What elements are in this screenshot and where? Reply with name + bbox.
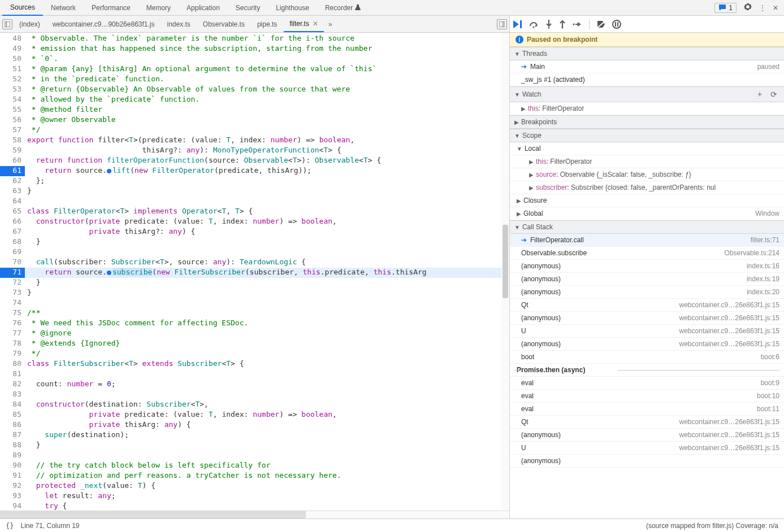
editor-h-scrollbar[interactable] (0, 511, 509, 518)
resume-button[interactable] (513, 20, 523, 28)
feedback-button[interactable]: 1 (714, 3, 737, 13)
step-out-button[interactable] (558, 20, 566, 29)
file-tab-observable[interactable]: Observable.ts (197, 17, 250, 32)
svg-rect-0 (5, 21, 10, 27)
sidebar-icon (5, 21, 10, 27)
pause-on-exceptions-button[interactable] (612, 20, 621, 29)
scope-var[interactable]: ▶this: FilterOperator (510, 155, 784, 168)
close-icon[interactable]: ✕ (313, 20, 318, 28)
current-arrow-icon: ➔ (521, 63, 527, 71)
svg-rect-4 (520, 20, 522, 28)
pretty-print-button[interactable]: {} (6, 522, 14, 530)
callstack-frame[interactable]: Uwebcontainer.c9…26e863f1.js:15 (510, 442, 784, 455)
callstack-frame[interactable]: (anonymous)index.ts:19 (510, 273, 784, 286)
step-over-button[interactable] (529, 20, 539, 28)
callstack-frame[interactable]: (anonymous)index.ts:20 (510, 286, 784, 299)
svg-rect-13 (615, 22, 616, 27)
tab-memory[interactable]: Memory (138, 1, 179, 15)
callstack-frame[interactable]: (anonymous) (510, 455, 784, 468)
tab-lighthouse[interactable]: Lighthouse (268, 1, 317, 15)
svg-point-5 (533, 26, 535, 28)
cursor-position: Line 71, Column 19 (20, 522, 79, 530)
kebab-menu[interactable]: ⋮ (756, 2, 769, 14)
feedback-count: 1 (729, 4, 733, 12)
chevron-right-icon: ▶ (521, 106, 526, 112)
svg-rect-2 (499, 21, 505, 27)
close-devtools[interactable]: ✕ (769, 2, 782, 14)
callstack-frame[interactable]: Uwebcontainer.c9…26e863f1.js:15 (510, 325, 784, 338)
code-editor[interactable]: 4849505152535455565758596061626364656667… (0, 33, 509, 511)
file-tabs: (index) webcontainer.c9…90b26e863f1.js i… (0, 16, 509, 33)
flask-icon (355, 5, 361, 10)
breakpoints-section-header[interactable]: ▶ Breakpoints (510, 115, 784, 129)
tab-recorder[interactable]: Recorder (317, 1, 369, 15)
file-tab-index[interactable]: (index) (14, 17, 46, 32)
callstack-frame[interactable]: ➔FilterOperator.callfilter.ts:71 (510, 234, 784, 247)
chevron-down-icon: ▼ (514, 91, 520, 98)
file-tab-filter[interactable]: filter.ts✕ (284, 16, 324, 32)
callstack-frame[interactable]: evalboot:11 (510, 403, 784, 416)
navigator-toggle[interactable] (2, 19, 12, 29)
tab-performance[interactable]: Performance (84, 1, 138, 15)
watch-item[interactable]: ▶ this: FilterOperator (510, 102, 784, 115)
step-button[interactable] (572, 20, 582, 28)
callstack-frame[interactable]: evalboot:10 (510, 390, 784, 403)
callstack-frame[interactable]: evalboot:9 (510, 377, 784, 390)
thread-main[interactable]: ➔ Main paused (510, 60, 784, 73)
svg-point-12 (613, 20, 621, 28)
chevron-down-icon: ▼ (514, 224, 520, 230)
tab-network[interactable]: Network (43, 1, 84, 15)
callstack-frame[interactable]: Observable.subscribeObservable.ts:214 (510, 247, 784, 260)
step-into-button[interactable] (545, 20, 553, 29)
scope-var[interactable]: ▶subscriber: Subscriber {closed: false, … (510, 181, 784, 194)
scope-closure[interactable]: ▶Closure (510, 194, 784, 207)
deactivate-breakpoints-button[interactable] (596, 20, 607, 29)
scope-var[interactable]: ▶source: Observable {_isScalar: false, _… (510, 168, 784, 181)
file-tab-indexts[interactable]: index.ts (161, 17, 196, 32)
callstack-frame[interactable]: (anonymous)webcontainer.c9…26e863f1.js:1… (510, 338, 784, 351)
pause-banner: i Paused on breakpoint (510, 33, 784, 47)
scope-global[interactable]: ▶GlobalWindow (510, 207, 784, 220)
svg-rect-14 (617, 22, 618, 27)
callstack-frame[interactable]: (anonymous)webcontainer.c9…26e863f1.js:1… (510, 429, 784, 442)
callstack-frame[interactable]: Qtwebcontainer.c9…26e863f1.js:15 (510, 299, 784, 312)
thread-sw[interactable]: _sw_js #1 (activated) (510, 73, 784, 86)
svg-point-9 (562, 27, 564, 28)
scope-local[interactable]: ▼Local (510, 142, 784, 155)
callstack-section-header[interactable]: ▼ Call Stack (510, 220, 784, 234)
source-map-status: (source mapped from filter.js) Coverage:… (646, 522, 778, 530)
debugger-pane-toggle[interactable] (497, 19, 507, 29)
panel-tabs: Sources Network Performance Memory Appli… (0, 0, 784, 16)
file-tab-pipe[interactable]: pipe.ts (252, 17, 283, 32)
sidebar-right-icon (499, 21, 505, 27)
info-icon: i (516, 36, 523, 43)
svg-point-10 (573, 23, 575, 25)
tab-application[interactable]: Application (179, 1, 228, 15)
add-watch-button[interactable]: ＋ (753, 89, 766, 99)
pause-message: Paused on breakpoint (527, 36, 597, 43)
callstack-frame[interactable]: Qtwebcontainer.c9…26e863f1.js:15 (510, 416, 784, 429)
chevron-right-icon: ▶ (514, 119, 519, 125)
watch-section-header[interactable]: ▼ Watch ＋ ⟳ (510, 86, 784, 102)
callstack-frame[interactable]: (anonymous)webcontainer.c9…26e863f1.js:1… (510, 312, 784, 325)
threads-section-header[interactable]: ▼ Threads (510, 47, 784, 60)
settings-button[interactable] (740, 0, 756, 15)
scope-section-header[interactable]: ▼ Scope (510, 129, 784, 142)
callstack-frame[interactable]: (anonymous)index.ts:16 (510, 260, 784, 273)
file-tab-webcontainer[interactable]: webcontainer.c9…90b26e863f1.js (47, 17, 161, 32)
tab-sources[interactable]: Sources (2, 0, 43, 16)
editor-scrollbar[interactable] (501, 33, 509, 511)
callstack-frame[interactable]: bootboot:6 (510, 351, 784, 364)
status-bar: {} Line 71, Column 19 (source mapped fro… (0, 518, 784, 532)
async-boundary: Promise.then (async) (510, 364, 784, 377)
chevron-down-icon: ▼ (514, 51, 520, 57)
debugger-toolbar (510, 16, 784, 33)
tab-security[interactable]: Security (228, 1, 268, 15)
refresh-watch-button[interactable]: ⟳ (768, 90, 779, 99)
gear-icon (743, 2, 752, 11)
more-tabs-icon[interactable]: » (325, 20, 336, 28)
chevron-down-icon: ▼ (514, 133, 520, 139)
feedback-icon (718, 4, 726, 12)
svg-point-7 (548, 27, 550, 28)
